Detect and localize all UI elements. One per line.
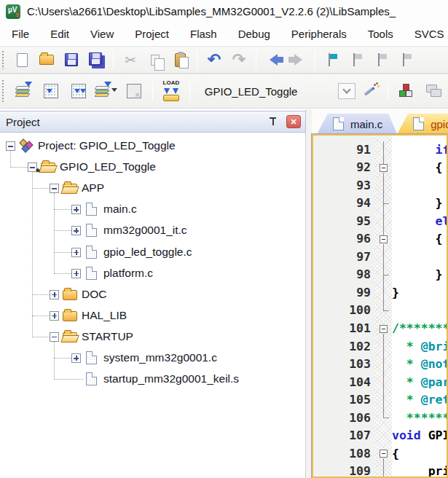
line-number: 96 <box>313 230 371 248</box>
tree-item-system-mm32g0001-c[interactable]: system_mm32g0001.c <box>0 348 305 369</box>
rebuild-button[interactable] <box>67 78 90 104</box>
tree-item-hal-lib[interactable]: HAL_LIB <box>0 305 305 326</box>
toolbar-file-groups: ✂↶↷ <box>9 50 419 70</box>
batch-build-button[interactable] <box>95 78 118 104</box>
menu-debug[interactable]: Debug <box>231 25 278 43</box>
tree-item-startup-mm32g0001-keil-s[interactable]: startup_mm32g0001_keil.s <box>0 369 305 390</box>
tree-expand-toggle[interactable] <box>50 311 59 321</box>
menu-bar: FileEditViewProjectFlashDebugPeripherals… <box>0 23 448 45</box>
save-all-icon <box>89 52 102 66</box>
tree-item-gpio-led-toggle[interactable]: *GPIO_LED_Toggle <box>0 157 305 178</box>
tree-expand-toggle[interactable] <box>50 332 59 342</box>
toolbar-grip[interactable] <box>1 79 5 103</box>
tree-expand-toggle[interactable] <box>71 226 81 235</box>
target-select-value[interactable]: GPIO_LED_Toggle <box>205 85 298 98</box>
project-target-icon <box>19 138 35 153</box>
tab-gpio_led_toggle.c[interactable]: gpio_led_toggle.c <box>397 114 448 134</box>
tree-item-startup[interactable]: STARTUP <box>0 326 305 348</box>
tree-item-main-c[interactable]: main.c <box>0 199 305 220</box>
translate-icon <box>16 84 31 98</box>
line-number: 98 <box>313 266 371 284</box>
clear-bookmarks-button[interactable] <box>396 50 417 70</box>
menu-edit[interactable]: Edit <box>43 25 76 43</box>
redo-button[interactable]: ↷ <box>229 50 249 70</box>
menu-flash[interactable]: Flash <box>183 25 224 43</box>
goto-next-bookmark-button[interactable] <box>372 50 392 70</box>
tree-connector <box>54 379 83 380</box>
project-panel-header: Project ✕ <box>0 111 306 133</box>
pin-icon[interactable] <box>267 116 279 128</box>
tree-item-label: APP <box>82 181 104 195</box>
manage-project-items-button[interactable] <box>423 78 446 104</box>
undo-button[interactable]: ↶ <box>204 50 224 70</box>
navigate-forward-button[interactable] <box>288 50 308 70</box>
folder-closed-icon <box>63 308 79 323</box>
tab-label: gpio_led_toggle.c <box>431 118 448 130</box>
menu-peripherals[interactable]: Peripherals <box>284 25 354 43</box>
fold-collapse-box[interactable] <box>380 235 388 243</box>
tree-item-app[interactable]: APP <box>0 178 305 199</box>
line-number: 97 <box>313 248 371 267</box>
tree-item-doc[interactable]: DOC <box>0 284 305 305</box>
toolbar-separator <box>113 50 114 69</box>
tree-item-platform-c[interactable]: platform.c <box>0 263 305 284</box>
fold-collapse-box[interactable] <box>380 164 388 172</box>
stop-build-button[interactable] <box>122 78 146 104</box>
tree-expand-toggle[interactable] <box>71 269 81 278</box>
code-line-106: 106 ******************** <box>313 410 448 428</box>
menu-svcs[interactable]: SVCS <box>407 25 448 43</box>
goto-next-bookmark-icon <box>376 53 388 66</box>
menu-tools[interactable]: Tools <box>361 25 401 43</box>
new-file-button[interactable] <box>12 50 32 70</box>
tree-expand-toggle[interactable] <box>6 141 15 151</box>
save-button[interactable] <box>61 50 82 70</box>
menu-project[interactable]: Project <box>127 25 176 43</box>
fold-marker <box>375 338 392 356</box>
fold-collapse-box[interactable] <box>380 450 388 458</box>
navigate-back-icon <box>270 54 278 66</box>
line-number: 108 <box>313 445 371 463</box>
doc-icon <box>85 245 101 259</box>
tree-expand-toggle[interactable] <box>50 290 59 299</box>
tree-expand-toggle[interactable] <box>71 248 81 257</box>
menu-file[interactable]: File <box>4 25 36 43</box>
doc-icon <box>85 372 101 386</box>
copy-button[interactable] <box>145 50 165 70</box>
line-number: 103 <box>313 356 371 374</box>
build-button[interactable] <box>39 78 63 104</box>
line-number: 107 <box>313 427 371 445</box>
options-for-target-button[interactable] <box>358 78 381 104</box>
tree-expand-toggle[interactable] <box>71 205 81 214</box>
tree-item-gpio-led-toggle-c[interactable]: gpio_led_toggle.c <box>0 242 305 263</box>
cut-button[interactable]: ✂ <box>120 50 141 70</box>
target-select-dropdown-button[interactable] <box>338 83 355 99</box>
tree-item-mm32g0001-it-c[interactable]: mm32g0001_it.c <box>0 220 305 241</box>
manage-rte-button[interactable] <box>395 78 418 104</box>
paste-button[interactable] <box>170 50 190 70</box>
tree-expand-toggle[interactable] <box>71 353 81 363</box>
toolbar-separator <box>388 82 388 101</box>
code-line-103: 103 * @note <box>313 356 448 374</box>
chevron-down-icon <box>343 85 351 93</box>
code-text: * @brief <box>392 338 448 356</box>
translate-button[interactable] <box>12 78 35 104</box>
code-editor[interactable]: 91 if92 {9394 }95 else96 {9798 }99}10010… <box>312 134 448 478</box>
menu-view[interactable]: View <box>83 25 121 43</box>
code-text: } <box>392 195 443 213</box>
load-to-flash-button[interactable]: LOAD <box>160 78 183 104</box>
editor-area: main.cgpio_led_toggle.c 91 if92 {9394 }9… <box>312 109 448 478</box>
insert-bookmark-button[interactable] <box>322 50 342 70</box>
tab-main.c[interactable]: main.c <box>317 114 397 134</box>
line-number: 100 <box>313 302 371 320</box>
open-file-button[interactable] <box>36 50 57 70</box>
tree-expand-toggle[interactable] <box>50 184 59 193</box>
toolbar-build: LOAD GPIO_LED_Toggle <box>0 74 448 109</box>
navigate-back-button[interactable] <box>263 50 283 70</box>
close-panel-button[interactable]: ✕ <box>286 115 301 128</box>
panel-splitter[interactable] <box>306 109 312 478</box>
fold-collapse-box[interactable] <box>380 325 388 333</box>
goto-prev-bookmark-button[interactable] <box>347 50 367 70</box>
tree-item-project-gpio-led-toggle[interactable]: Project: GPIO_LED_Toggle <box>0 136 305 157</box>
save-all-button[interactable] <box>86 50 106 70</box>
toolbar-grip[interactable] <box>1 50 5 68</box>
